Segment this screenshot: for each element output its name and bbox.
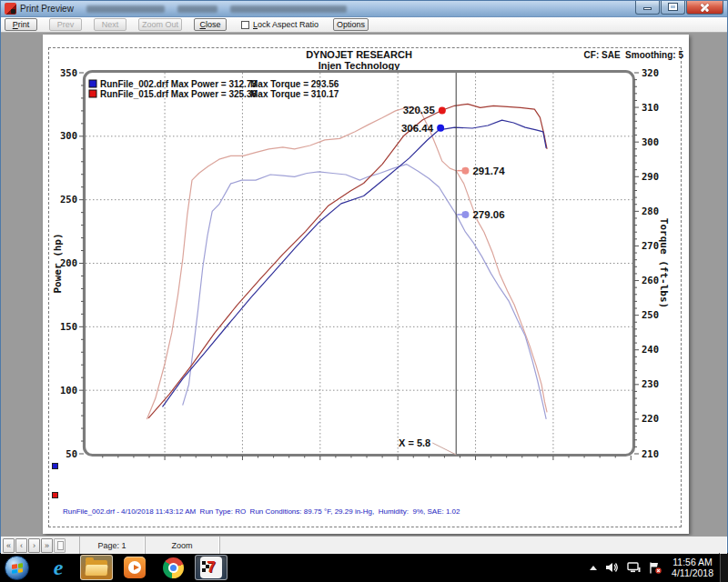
marker-label: 320.35 [403,105,436,115]
next-page-nav-button[interactable]: › [28,538,40,553]
svg-text:240: 240 [642,344,659,355]
clock-time: 11:56 AM [672,557,713,567]
minimize-button[interactable] [635,1,660,15]
svg-text:230: 230 [642,378,659,389]
preview-toolbar: Print Prev Next Zoom Out Close Lock Aspe… [1,17,727,33]
maximize-button[interactable] [661,1,685,15]
dynojet-icon: 7 [200,557,222,578]
marker-dot-power_002 [437,125,444,132]
legend-swatch [89,80,96,87]
close-preview-button[interactable]: Close [194,18,227,31]
previous-page-button[interactable]: ‹ [15,538,27,553]
marker-label: 291.74 [472,166,505,176]
statusbar-filler [219,537,727,554]
redacted-title-text [86,5,165,13]
legend-label: RunFile_015.drf Max Power = 325.36 [100,89,257,99]
legend-swatch [89,90,96,97]
series-power_002 [163,120,547,406]
hidden-icons-button[interactable] [589,565,598,571]
run-color-swatch [52,463,58,469]
options-button[interactable]: Options [333,18,369,31]
window-title: Print Preview [20,4,74,14]
run-color-swatch [52,492,58,498]
marker-dot-power_015 [439,106,446,114]
action-center-button[interactable] [649,562,662,574]
volume-button[interactable] [606,562,619,573]
svg-text:320: 320 [642,67,659,78]
svg-text:290: 290 [642,171,659,182]
clock-date: 4/11/2018 [672,567,713,578]
preview-workspace: DYNOJET RESEARCH Injen Technology CF: SA… [1,33,727,536]
zoom-out-button[interactable]: Zoom Out [138,18,182,31]
internet-explorer-taskbar-button[interactable]: e [42,555,75,580]
run-details-sp1129: RunFile_015.drf - 4/10/2018 3:17:23 PM R… [52,491,457,536]
taskbar: e 7 11:56 AM 4/11/2018 [0,553,728,582]
minimize-icon [643,7,652,10]
last-page-button[interactable]: » [41,538,53,553]
media-player-taskbar-button[interactable] [118,555,151,580]
up-arrow-icon [590,566,597,570]
next-page-button[interactable]: Next [94,18,126,31]
start-button[interactable] [5,556,29,580]
title-bar[interactable]: Print Preview [1,1,727,17]
svg-text:6: 6 [474,461,478,462]
internet-explorer-icon: e [54,557,64,578]
cursor-x-label: X = 5.8 [399,437,430,448]
svg-text:280: 280 [642,206,659,216]
prev-page-button[interactable]: Prev [49,18,82,31]
print-button[interactable]: Print [5,18,37,31]
marker-dot-torque_015 [461,167,469,175]
speaker-icon [606,562,619,573]
dyno-chart: 5010015020025030035021022023024025026027… [43,35,689,462]
svg-text:250: 250 [642,309,659,320]
file-explorer-taskbar-button[interactable] [80,555,113,580]
svg-text:260: 260 [642,275,659,286]
chrome-taskbar-button[interactable] [157,555,189,580]
svg-text:8: 8 [629,461,632,462]
series-torque_002 [183,165,547,419]
folder-icon [86,560,107,576]
page-number-cell: Page: 1 [79,537,145,554]
legend-label: RunFile_002.drf Max Power = 312.73 [100,79,257,89]
zoom-cell: Zoom [145,537,219,554]
svg-text:150: 150 [60,321,77,332]
maximize-icon [669,4,677,10]
system-tray: 11:56 AM 4/11/2018 [589,553,728,582]
svg-text:210: 210 [642,448,659,459]
svg-text:50: 50 [66,448,77,459]
network-icon [627,562,641,573]
svg-text:270: 270 [642,240,659,251]
status-bar: « ‹ › » Page: 1 Zoom [1,536,727,554]
app-icon [5,3,16,15]
page-icon [57,541,64,550]
svg-text:350: 350 [60,67,77,78]
left-axis-title: Power (hp) [52,233,64,293]
lock-aspect-ratio-label: Lock Aspect Ratio [253,20,318,29]
media-player-icon [124,557,146,578]
svg-text:250: 250 [60,194,77,205]
dynojet-app-taskbar-button[interactable]: 7 [195,555,228,580]
svg-text:100: 100 [60,385,77,396]
show-desktop-button[interactable] [719,553,728,582]
lock-aspect-ratio-checkbox[interactable] [241,21,249,29]
first-page-button[interactable]: « [3,538,15,553]
redacted-title-text [230,5,347,13]
svg-text:220: 220 [642,413,659,424]
marker-dot-torque_002 [461,211,469,218]
series-power_015 [148,104,547,418]
windows-logo-icon [12,563,23,574]
page-setup-button[interactable] [54,538,66,553]
marker-label: 306.44 [401,123,434,134]
report-page: DYNOJET RESEARCH Injen Technology CF: SA… [43,35,689,534]
legend-torque: Max Torque = 310.17 [250,89,339,99]
network-button[interactable] [627,562,641,573]
right-axis-title: Torque (ft-lbs) [658,218,670,308]
close-window-button[interactable] [686,1,723,15]
svg-text:300: 300 [60,130,77,141]
svg-text:7: 7 [551,461,555,462]
legend-torque: Max Torque = 293.56 [250,79,339,89]
print-preview-window: Print Preview Print Prev Next Zoom Out C… [0,0,728,553]
marker-label: 279.06 [472,209,504,220]
svg-text:300: 300 [642,136,659,147]
clock[interactable]: 11:56 AM 4/11/2018 [672,557,713,578]
